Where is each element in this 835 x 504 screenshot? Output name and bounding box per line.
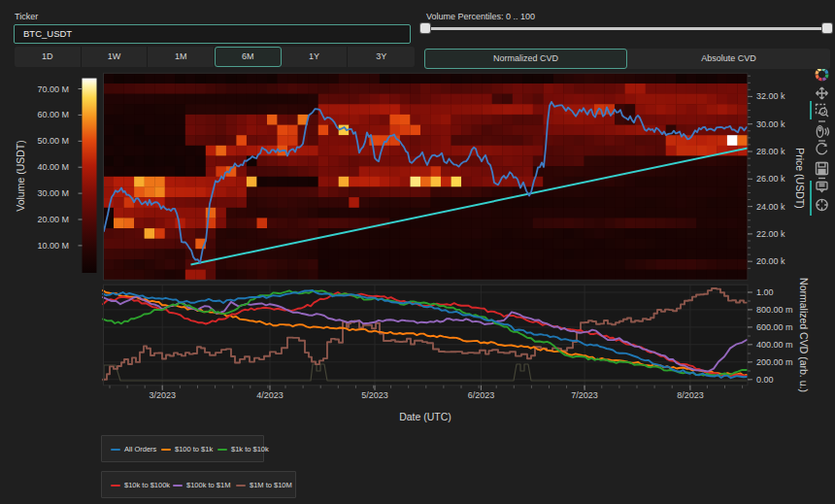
svg-text:30.00 M: 30.00 M (37, 188, 69, 198)
svg-text:70.00 M: 70.00 M (37, 84, 69, 94)
svg-text:22.00 k: 22.00 k (756, 229, 785, 239)
svg-text:6/2023: 6/2023 (468, 390, 495, 400)
svg-text:40.00 M: 40.00 M (37, 162, 69, 172)
svg-text:Price (USDT): Price (USDT) (794, 148, 806, 208)
svg-text:28.00 k: 28.00 k (756, 147, 785, 156)
svg-text:Normalized CVD (arb. u.): Normalized CVD (arb. u.) (798, 278, 810, 392)
svg-text:4/2023: 4/2023 (256, 390, 284, 400)
svg-text:7/2023: 7/2023 (571, 390, 598, 400)
svg-text:3/2023: 3/2023 (149, 390, 176, 400)
svg-text:1.00: 1.00 (756, 287, 774, 297)
svg-text:8/2023: 8/2023 (677, 390, 704, 400)
svg-text:20.00 M: 20.00 M (37, 215, 69, 224)
svg-text:200.00 m: 200.00 m (756, 357, 793, 367)
svg-text:0.00: 0.00 (756, 375, 774, 385)
svg-text:800.00 m: 800.00 m (756, 305, 793, 315)
svg-text:60.00 M: 60.00 M (37, 110, 69, 119)
svg-text:Date (UTC): Date (UTC) (399, 411, 451, 422)
svg-text:50.00 M: 50.00 M (37, 136, 69, 146)
svg-text:26.00 k: 26.00 k (756, 174, 785, 184)
svg-text:600.00 m: 600.00 m (756, 322, 793, 332)
svg-text:10.00 M: 10.00 M (37, 241, 69, 251)
svg-text:20.00 k: 20.00 k (756, 256, 785, 266)
svg-text:400.00 m: 400.00 m (756, 340, 793, 350)
svg-text:32.00 k: 32.00 k (756, 91, 785, 101)
svg-text:24.00 k: 24.00 k (756, 202, 785, 212)
svg-text:5/2023: 5/2023 (361, 390, 388, 400)
svg-text:30.00 k: 30.00 k (756, 119, 785, 129)
svg-text:Volume (USDT): Volume (USDT) (15, 140, 26, 212)
